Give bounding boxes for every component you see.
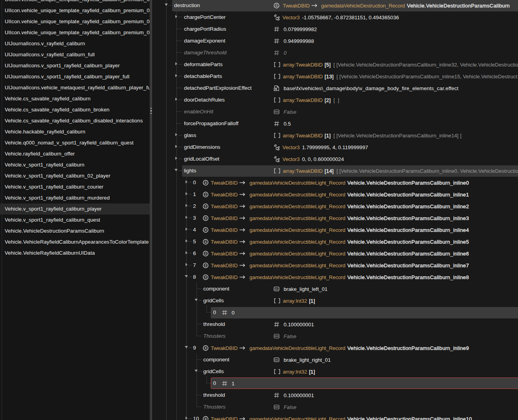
svg-text:abc: abc bbox=[275, 287, 278, 290]
svg-text:abc: abc bbox=[275, 358, 278, 361]
